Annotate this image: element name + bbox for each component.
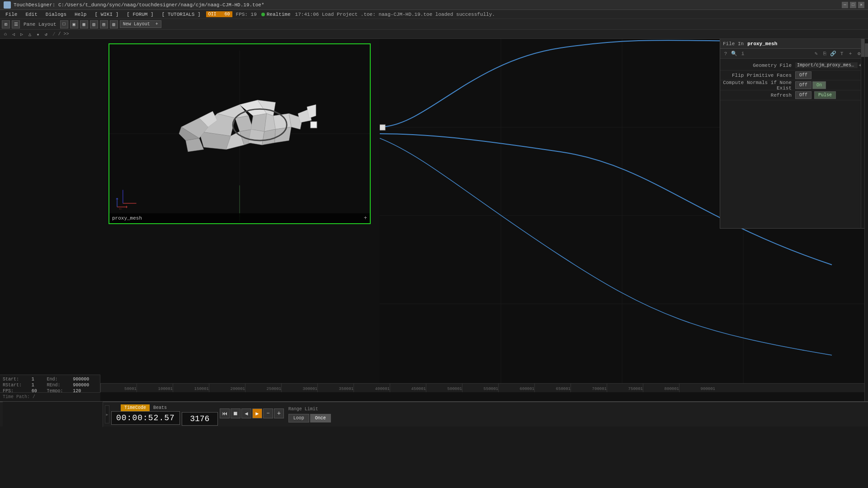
time-path-label: Time Path: / (3, 394, 35, 399)
svg-marker-16 (251, 113, 267, 131)
minimize-button[interactable]: ─ (842, 2, 848, 8)
toolbar-btn-3[interactable]: ▦ (80, 20, 88, 28)
once-button[interactable]: Once (310, 414, 331, 422)
panel-icon-info[interactable]: 🔍 (731, 50, 738, 57)
menu-bar: File Edit Dialogs Help [ WIKI ] [ FORUM … (0, 10, 868, 19)
transport-stats (3, 402, 103, 427)
toolbar-btn-4[interactable]: ▥ (90, 20, 98, 28)
toolbar-btn-add[interactable]: □ (60, 20, 68, 28)
step-back-button[interactable]: ◀ (241, 408, 251, 418)
svg-marker-17 (249, 129, 264, 145)
tb2-reload[interactable]: ↺ (42, 31, 50, 38)
toolbar-btn-5[interactable]: ▤ (100, 20, 108, 28)
close-button[interactable]: ✕ (858, 2, 864, 8)
range-label: Range Limit (288, 407, 318, 412)
menu-edit[interactable]: Edit (22, 11, 41, 18)
toolbar-btn-list[interactable]: ☰ (12, 20, 20, 28)
main-content: ← proxy_mesh + (0, 39, 868, 427)
menu-file[interactable]: File (2, 11, 21, 18)
minus-button[interactable]: − (263, 408, 273, 418)
transport-controls: ⏮ ⏹ ◀ ▶ − + (220, 408, 284, 418)
menu-dialogs[interactable]: Dialogs (42, 11, 70, 18)
panel-icon-link[interactable]: 🔗 (830, 50, 837, 57)
toolbar: ⊞ ☰ Pane Layout □ ▣ ▦ ▥ ▤ ▧ New Layout + (0, 19, 868, 30)
start-key: Start: (3, 377, 30, 382)
global-scrollbar-thumb[interactable] (865, 43, 868, 57)
range-buttons: Loop Once (288, 414, 331, 422)
panel-icon-copy[interactable]: ⎘ (821, 50, 828, 57)
tb2-back[interactable]: ◁ (10, 31, 17, 38)
geometry-file-value[interactable]: Import/cjm_proxy_mesh/Geo/pr (795, 62, 858, 68)
time-path-bar: Time Path: / (0, 392, 100, 401)
rewind-button[interactable]: ⏮ (220, 408, 230, 418)
start-val: 1 (32, 377, 45, 382)
rend-key: REnd: (47, 383, 71, 388)
tick-900001: 900001 (679, 384, 715, 392)
refresh-row: Refresh Off Pulse (720, 90, 864, 100)
transport-divider-left: ▶ (105, 405, 109, 423)
title-bar: TouchDesigner: C:/Users/t_dunng/sync/naa… (0, 0, 868, 10)
svg-marker-32 (126, 206, 127, 208)
tb2-fwd[interactable]: ▷ (18, 31, 25, 38)
timecode-display: 00:00:52.57 (111, 411, 180, 425)
plus-button[interactable]: + (274, 408, 284, 418)
maximize-button[interactable]: □ (850, 2, 856, 8)
tick-300001: 300001 (281, 384, 317, 392)
viewport-node-name: proxy_mesh (112, 216, 142, 221)
menu-wiki[interactable]: [ WIKI ] (91, 11, 122, 18)
refresh-off-button[interactable]: Off (795, 91, 811, 99)
toolbar-btn-grid[interactable]: ⊞ (2, 20, 10, 28)
scrollbar-thumb[interactable] (861, 39, 864, 57)
mesh-display: ← (109, 44, 370, 223)
panel-icon-text[interactable]: T (838, 50, 845, 57)
viewport-3d[interactable]: ← proxy_mesh + (108, 43, 371, 224)
tb2-up[interactable]: △ (26, 31, 33, 38)
rstart-val: 1 (32, 383, 45, 388)
compute-normals-off[interactable]: Off (795, 81, 811, 89)
transport-bar: ▶ TimeCode Beats 00:00:52.57 3176 ⏮ ⏹ ◀ … (0, 401, 868, 427)
menu-forum[interactable]: [ FORUM ] (123, 11, 157, 18)
end-val: 900000 (73, 377, 97, 382)
tick-100001: 100001 (137, 384, 173, 392)
panel-icon-edit[interactable]: ✎ (812, 50, 820, 57)
geometry-file-label: Geometry File (723, 63, 795, 68)
menu-tutorials[interactable]: [ TUTORIALS ] (158, 11, 204, 18)
flip-primitive-row: Flip Primitive Faces Off (720, 70, 864, 80)
flip-primitive-label: Flip Primitive Faces (723, 73, 795, 78)
global-scrollbar[interactable] (864, 39, 868, 401)
timecode-tab[interactable]: TimeCode (121, 404, 150, 411)
frame-display: 3176 (182, 412, 218, 426)
beats-tab[interactable]: Beats (150, 404, 170, 411)
toolbar-btn-2[interactable]: ▣ (70, 20, 78, 28)
panel-icon-i[interactable]: i (739, 50, 746, 57)
tb2-star[interactable]: ★ (34, 31, 42, 38)
stop-button[interactable]: ⏹ (231, 408, 241, 418)
loop-button[interactable]: Loop (288, 414, 309, 422)
tick-200001: 200001 (209, 384, 245, 392)
svg-rect-41 (380, 125, 385, 130)
refresh-label: Refresh (723, 93, 795, 98)
viewport-add-button[interactable]: + (364, 215, 367, 221)
panel-icon-question[interactable]: ? (722, 50, 729, 57)
panel-scrollbar[interactable] (861, 39, 864, 228)
panel-icon-plus[interactable]: + (847, 50, 854, 57)
status-message: 17:41:06 Load Project .toe: naag-CJM-HD.… (295, 12, 495, 17)
viewport-content: ← (109, 44, 370, 223)
timeline-ruler: 50001 100001 150001 200001 250001 300001… (100, 383, 864, 392)
tick-450001: 450001 (390, 384, 426, 392)
compute-normals-on[interactable]: On (812, 81, 826, 89)
panel-body: Geometry File Import/cjm_proxy_mesh/Geo/… (720, 59, 864, 102)
tick-800001: 800001 (643, 384, 679, 392)
tb2-home[interactable]: ⌂ (2, 31, 9, 38)
flip-primitive-value[interactable]: Off (795, 71, 811, 79)
panel-header: File In proxy_mesh (720, 39, 864, 49)
toolbar-btn-6[interactable]: ▧ (110, 20, 118, 28)
timecode-tabs: TimeCode Beats (121, 404, 170, 411)
new-layout-button[interactable]: New Layout + (120, 20, 161, 28)
window-controls[interactable]: ─ □ ✕ (842, 2, 864, 8)
pulse-button[interactable]: Pulse (814, 91, 836, 99)
menu-help[interactable]: Help (71, 11, 90, 18)
play-button[interactable]: ▶ (252, 408, 262, 418)
realtime-indicator[interactable]: Realtime (261, 12, 291, 17)
axis-indicator (115, 196, 128, 211)
